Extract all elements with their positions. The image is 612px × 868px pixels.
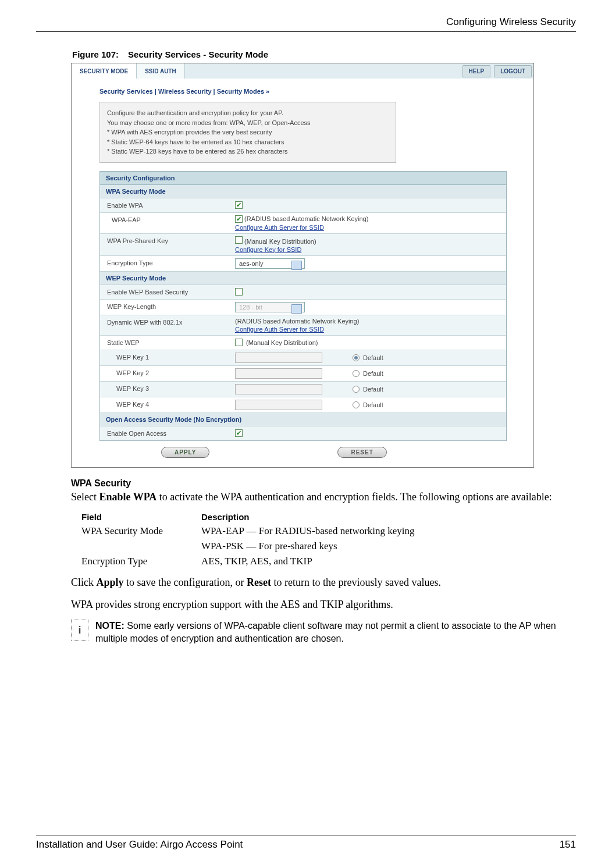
- wpa-psk-link[interactable]: Configure Key for SSID: [235, 246, 316, 253]
- enable-open-checkbox[interactable]: [235, 429, 243, 437]
- wep-static-label: Static WEP: [100, 336, 228, 350]
- wep-key-4-radio[interactable]: [353, 401, 360, 408]
- wpa-psk-label: WPA Pre-Shared Key: [100, 234, 228, 255]
- footer-page-number: 151: [560, 839, 576, 851]
- wep-key-4-input[interactable]: [235, 400, 322, 410]
- th-field: Field: [81, 512, 201, 522]
- wep-key-2-label: WEP Key 2: [100, 366, 228, 381]
- wep-keylen-select[interactable]: 128 - bit: [235, 302, 305, 312]
- wep-dyn-label: Dynamic WEP with 802.1x: [100, 315, 228, 335]
- wep-key-3-radio[interactable]: [353, 386, 360, 393]
- wep-key-4-label: WEP Key 4: [100, 397, 228, 412]
- wep-key-2-radio[interactable]: [353, 370, 360, 377]
- wpa-eap-checkbox[interactable]: [235, 215, 243, 223]
- enable-wep-checkbox[interactable]: [235, 288, 243, 296]
- wep-key-2-input[interactable]: [235, 368, 322, 379]
- wep-dyn-note: (RADIUS based Automatic Network Keying): [235, 318, 359, 325]
- default-label: Default: [363, 354, 383, 361]
- wep-static-note: (Manual Key Distribution): [246, 339, 318, 346]
- page-footer: Installation and User Guide: Airgo Acces…: [36, 835, 576, 851]
- wpa-psk-checkbox[interactable]: [235, 236, 243, 244]
- wpa-eap-link[interactable]: Configure Auth Server for SSID: [235, 224, 368, 231]
- wep-static-checkbox[interactable]: [235, 339, 243, 346]
- wep-dyn-link[interactable]: Configure Auth Server for SSID: [235, 326, 359, 333]
- note-block: i NOTE: Some early versions of WPA-capab…: [71, 620, 576, 645]
- options-table: Field Description WPA Security Mode WPA-…: [81, 512, 576, 567]
- enable-open-label: Enable Open Access: [100, 426, 228, 440]
- wep-header: WEP Security Mode: [100, 272, 506, 285]
- logout-button[interactable]: LOGOUT: [494, 65, 532, 77]
- td-field: Encryption Type: [81, 556, 201, 567]
- header-section-title: Configuring Wireless Security: [446, 16, 576, 27]
- screenshot-panel: SECURITY MODE SSID AUTH HELP LOGOUT Secu…: [71, 63, 534, 468]
- info-line: Configure the authentication and encrypt…: [107, 108, 389, 118]
- wep-key-1-radio[interactable]: [353, 354, 360, 361]
- page-header: Configuring Wireless Security: [36, 16, 576, 32]
- apply-button[interactable]: APPLY: [161, 447, 209, 458]
- td-desc-line: AES, TKIP, AES, and TKIP: [201, 556, 576, 567]
- wpa-header: WPA Security Mode: [100, 185, 506, 198]
- wpa-intro-paragraph: Select Enable WPA to activate the WPA au…: [71, 490, 576, 504]
- wpa-security-heading: WPA Security: [71, 478, 576, 489]
- enc-type-select[interactable]: aes-only: [235, 258, 305, 269]
- info-line: * Static WEP-128 keys have to be entered…: [107, 147, 389, 156]
- screenshot-topbar: SECURITY MODE SSID AUTH HELP LOGOUT: [72, 63, 533, 79]
- info-line: You may choose one or more modes from: W…: [107, 118, 389, 128]
- info-box: Configure the authentication and encrypt…: [99, 102, 396, 163]
- wpa-strong-paragraph: WPA provides strong encryption support w…: [71, 597, 576, 611]
- td-field: WPA Security Mode: [81, 525, 201, 552]
- wpa-eap-note: (RADIUS based Automatic Network Keying): [244, 215, 368, 222]
- info-line: * WPA with AES encryption provides the v…: [107, 127, 389, 137]
- wep-key-3-label: WEP Key 3: [100, 382, 228, 397]
- config-grid: Security Configuration WPA Security Mode…: [99, 171, 507, 441]
- default-label: Default: [363, 370, 383, 377]
- tab-security-mode[interactable]: SECURITY MODE: [72, 63, 137, 79]
- info-icon: i: [71, 620, 88, 641]
- default-label: Default: [363, 386, 383, 393]
- enable-wep-label: Enable WEP Based Security: [100, 285, 228, 299]
- wpa-psk-note: (Manual Key Distribution): [244, 238, 316, 245]
- enc-type-label: Encryption Type: [100, 256, 228, 271]
- td-desc-line: WPA-EAP — For RADIUS-based networking ke…: [201, 525, 576, 537]
- wep-keylen-label: WEP Key-Length: [100, 300, 228, 315]
- default-label: Default: [363, 401, 383, 408]
- note-text: NOTE: Some early versions of WPA-capable…: [95, 620, 576, 645]
- wep-key-1-input[interactable]: [235, 353, 322, 363]
- info-line: * Static WEP-64 keys have to be entered …: [107, 137, 389, 147]
- apply-reset-paragraph: Click Apply to save the configuration, o…: [71, 575, 576, 589]
- wpa-eap-label: WPA-EAP: [100, 213, 228, 233]
- wep-key-1-label: WEP Key 1: [100, 350, 228, 365]
- td-desc-line: WPA-PSK — For pre-shared keys: [201, 540, 576, 552]
- enable-wpa-label: Enable WPA: [100, 198, 228, 212]
- open-header: Open Access Security Mode (No Encryption…: [100, 413, 506, 426]
- footer-title: Installation and User Guide: Airgo Acces…: [36, 839, 243, 851]
- enable-wpa-checkbox[interactable]: [235, 201, 243, 209]
- reset-button[interactable]: RESET: [337, 447, 386, 458]
- figure-title: Security Services - Security Mode: [128, 49, 268, 59]
- breadcrumb: Security Services | Wireless Security | …: [80, 84, 525, 102]
- figure-caption: Figure 107:Security Services - Security …: [72, 49, 576, 59]
- figure-label: Figure 107:: [72, 49, 119, 59]
- wep-key-3-input[interactable]: [235, 384, 322, 394]
- help-button[interactable]: HELP: [462, 65, 491, 77]
- grid-header-main: Security Configuration: [100, 172, 506, 185]
- tab-ssid-auth[interactable]: SSID AUTH: [137, 63, 185, 79]
- th-description: Description: [201, 512, 576, 522]
